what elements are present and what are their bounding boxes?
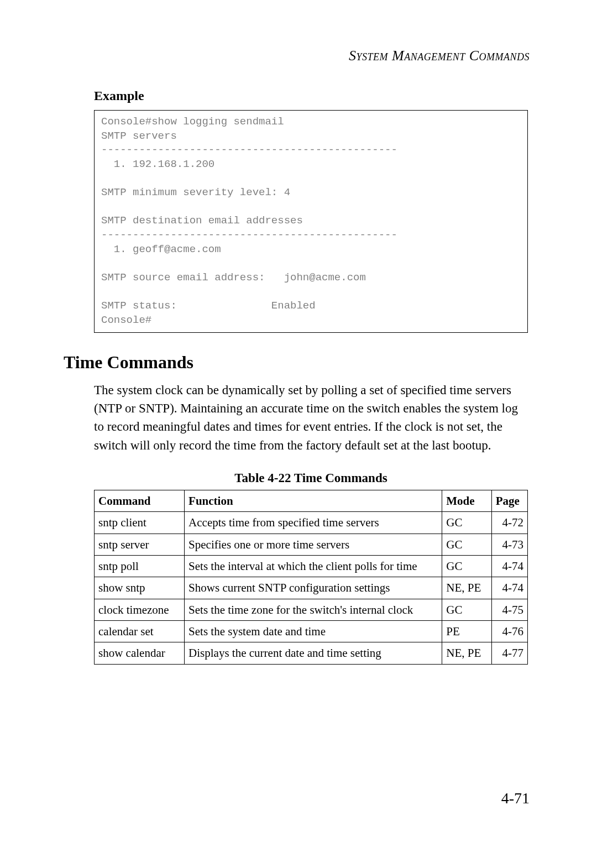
cell-page: 4-72 [491,512,527,534]
cell-mode: GC [442,599,491,620]
cell-mode: NE, PE [442,577,491,599]
page-number: 4-71 [501,789,530,807]
cell-function: Specifies one or more time servers [185,534,442,555]
cell-page: 4-76 [491,621,527,642]
table-header-row: Command Function Mode Page [95,490,528,511]
table-header-function: Function [185,490,442,511]
table-row: clock timezoneSets the time zone for the… [95,599,528,620]
page-content: Example Console#show logging sendmail SM… [64,88,528,665]
table-header-command: Command [95,490,185,511]
table-row: sntp pollSets the interval at which the … [95,556,528,577]
cell-mode: NE, PE [442,642,491,664]
cell-page: 4-74 [491,577,527,599]
cell-function: Shows current SNTP configuration setting… [185,577,442,599]
table-caption: Table 4-22 Time Commands [94,471,528,485]
cell-page: 4-77 [491,642,527,664]
cell-mode: PE [442,621,491,642]
table-row: sntp clientAccepts time from specified t… [95,512,528,534]
cell-mode: GC [442,534,491,555]
console-output: Console#show logging sendmail SMTP serve… [94,110,528,333]
command-table: Command Function Mode Page sntp clientAc… [94,490,528,665]
cell-command: show sntp [95,577,185,599]
cell-page: 4-75 [491,599,527,620]
table-header-mode: Mode [442,490,491,511]
cell-command: clock timezone [95,599,185,620]
section-body: The system clock can be dynamically set … [94,381,528,454]
cell-function: Displays the current date and time setti… [185,642,442,664]
cell-page: 4-74 [491,556,527,577]
section-heading: Time Commands [64,352,528,373]
cell-command: sntp server [95,534,185,555]
table-row: show sntpShows current SNTP configuratio… [95,577,528,599]
cell-command: show calendar [95,642,185,664]
cell-function: Sets the time zone for the switch's inte… [185,599,442,620]
cell-mode: GC [442,556,491,577]
cell-mode: GC [442,512,491,534]
table-row: calendar setSets the system date and tim… [95,621,528,642]
page-header: System Management Commands [349,48,530,64]
cell-function: Sets the interval at which the client po… [185,556,442,577]
cell-command: sntp client [95,512,185,534]
cell-command: calendar set [95,621,185,642]
cell-function: Accepts time from specified time servers [185,512,442,534]
cell-page: 4-73 [491,534,527,555]
cell-function: Sets the system date and time [185,621,442,642]
table-row: show calendarDisplays the current date a… [95,642,528,664]
example-heading: Example [94,88,528,103]
table-header-page: Page [491,490,527,511]
cell-command: sntp poll [95,556,185,577]
table-row: sntp serverSpecifies one or more time se… [95,534,528,555]
